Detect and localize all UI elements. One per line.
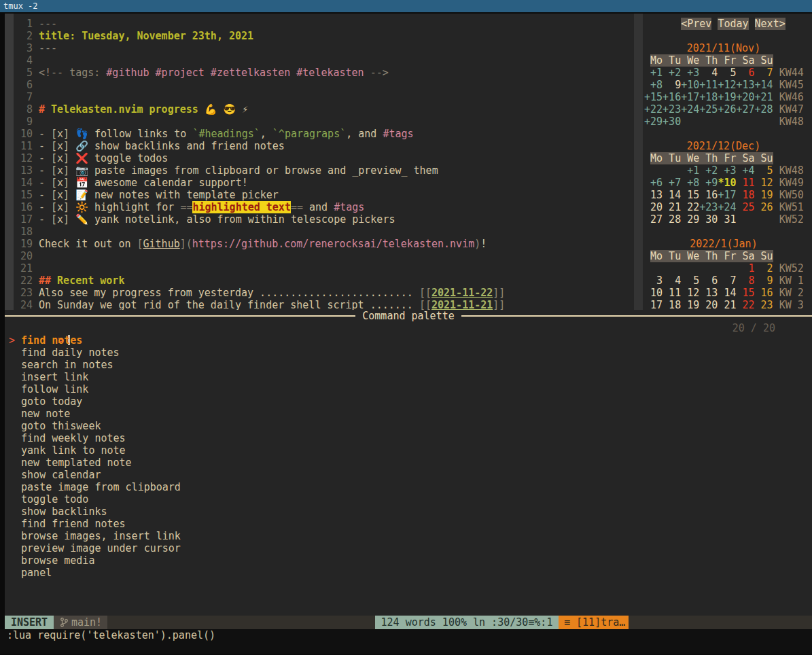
calendar-day[interactable]: 31 (718, 213, 736, 226)
calendar-day[interactable]: 7 (755, 67, 773, 79)
calendar-day[interactable]: +17 (718, 189, 736, 201)
calendar-day[interactable]: 14 (663, 189, 681, 201)
palette-item[interactable]: show backlinks (5, 506, 812, 518)
calendar-day[interactable]: 26 (755, 201, 773, 213)
calendar-day[interactable]: +19 (718, 91, 736, 103)
calendar-day[interactable]: +22 (644, 103, 663, 116)
calendar-day[interactable]: 23 (755, 299, 773, 310)
calendar-day[interactable]: 28 (663, 213, 681, 226)
palette-item[interactable]: search in notes (5, 359, 812, 371)
command-line[interactable]: :lua require('telekasten').panel() (0, 629, 812, 641)
calendar-day[interactable]: 18 (663, 299, 681, 310)
calendar-day[interactable]: +10 (681, 79, 699, 91)
tab-indicator[interactable]: ≡ [11]tra… (559, 616, 629, 629)
calendar-day[interactable]: 6 (699, 275, 718, 287)
palette-item[interactable]: yank link to note (5, 444, 812, 457)
palette-prompt-row[interactable]: > 20 / 20 (5, 322, 812, 334)
calendar-day[interactable]: +16 (663, 91, 681, 103)
calendar-day[interactable]: 11 (663, 287, 681, 299)
calendar-day[interactable]: 6 (736, 67, 754, 79)
today-button[interactable]: Today (718, 18, 748, 30)
calendar-day[interactable]: +2 (699, 164, 718, 177)
calendar-day[interactable]: +26 (718, 103, 736, 116)
calendar-day[interactable]: 18 (736, 189, 754, 201)
github-url[interactable]: https://github.com/renerocksai/telekaste… (192, 238, 474, 250)
calendar-day[interactable]: 12 (681, 287, 699, 299)
calendar-day[interactable]: 13 (699, 287, 718, 299)
palette-item[interactable]: find weekly notes (5, 432, 812, 444)
palette-item[interactable]: goto thisweek (5, 420, 812, 432)
palette-item[interactable]: toggle todo (5, 493, 812, 506)
calendar-day[interactable]: 4 (663, 275, 681, 287)
calendar-day[interactable]: 8 (736, 275, 754, 287)
calendar-day[interactable]: +23 (699, 201, 718, 213)
calendar-day[interactable]: 21 (663, 201, 681, 213)
palette-item[interactable]: browse media (5, 554, 812, 567)
calendar-day[interactable]: 22 (736, 299, 754, 310)
calendar-day[interactable]: 5 (681, 275, 699, 287)
palette-item[interactable]: find friend notes (5, 518, 812, 530)
calendar-day[interactable]: +29 (644, 116, 663, 128)
palette-item[interactable]: browse images, insert link (5, 530, 812, 542)
calendar-day[interactable]: 22 (681, 201, 699, 213)
next-button[interactable]: Next> (755, 18, 785, 30)
calendar-day[interactable]: 5 (718, 67, 736, 79)
calendar-day[interactable]: 11 (736, 177, 754, 189)
calendar-day[interactable]: +24 (718, 201, 736, 213)
calendar-day[interactable]: 7 (718, 275, 736, 287)
calendar-day[interactable]: 19 (681, 299, 699, 310)
palette-item[interactable]: panel (5, 567, 812, 579)
calendar-day[interactable]: 15 (681, 189, 699, 201)
calendar-day[interactable]: 15 (736, 287, 754, 299)
calendar-day[interactable]: *10 (718, 177, 736, 189)
palette-item[interactable]: follow link (5, 383, 812, 395)
calendar-day[interactable]: +20 (736, 91, 754, 103)
calendar-day[interactable]: 12 (755, 177, 773, 189)
palette-item[interactable]: new templated note (5, 457, 812, 469)
calendar-day[interactable]: +7 (663, 177, 681, 189)
calendar-day[interactable]: +8 (681, 177, 699, 189)
calendar-day[interactable]: +18 (699, 91, 718, 103)
calendar-day[interactable]: 10 (644, 287, 663, 299)
calendar-day[interactable]: +12 (718, 79, 736, 91)
calendar-day[interactable]: 9 (663, 79, 681, 91)
calendar-day[interactable]: 13 (644, 189, 663, 201)
calendar-day[interactable]: +23 (663, 103, 681, 116)
date-link[interactable]: 2021-11-21 (431, 299, 493, 310)
palette-item[interactable]: show calendar (5, 469, 812, 481)
calendar-day[interactable]: +4 (736, 164, 754, 177)
calendar-day[interactable]: 1 (736, 262, 754, 275)
calendar-day[interactable]: +3 (681, 67, 699, 79)
palette-item[interactable]: preview image under cursor (5, 542, 812, 554)
calendar-day[interactable]: +11 (699, 79, 718, 91)
calendar-day[interactable]: +3 (718, 164, 736, 177)
calendar-day[interactable]: +9 (699, 177, 718, 189)
palette-item[interactable]: goto today (5, 395, 812, 408)
calendar-day[interactable]: +14 (755, 79, 773, 91)
calendar-day[interactable]: 16 (755, 287, 773, 299)
palette-item[interactable]: paste image from clipboard (5, 481, 812, 493)
calendar-day[interactable]: 3 (644, 275, 663, 287)
calendar-day[interactable]: +17 (681, 91, 699, 103)
palette-item[interactable]: find daily notes (5, 347, 812, 359)
calendar-day[interactable]: +21 (755, 91, 773, 103)
calendar-day[interactable]: +15 (644, 91, 663, 103)
calendar-day[interactable]: +2 (663, 67, 681, 79)
calendar-day[interactable]: 30 (699, 213, 718, 226)
calendar-day[interactable]: 20 (699, 299, 718, 310)
github-link[interactable]: Github (143, 238, 180, 250)
palette-item[interactable]: > find notes (5, 334, 812, 347)
calendar-day[interactable]: 20 (644, 201, 663, 213)
calendar-day[interactable]: 17 (644, 299, 663, 310)
calendar-day[interactable]: +13 (736, 79, 754, 91)
calendar-day[interactable]: 25 (736, 201, 754, 213)
prev-button[interactable]: <Prev (681, 18, 711, 30)
calendar-day[interactable]: 4 (699, 67, 718, 79)
calendar-day[interactable]: +25 (699, 103, 718, 116)
calendar-day[interactable]: +1 (644, 67, 663, 79)
calendar-day[interactable]: +30 (663, 116, 681, 128)
calendar-day[interactable]: 2 (755, 262, 773, 275)
calendar-day[interactable]: 5 (755, 164, 773, 177)
calendar-day[interactable]: 9 (755, 275, 773, 287)
calendar-day[interactable]: +8 (644, 79, 663, 91)
